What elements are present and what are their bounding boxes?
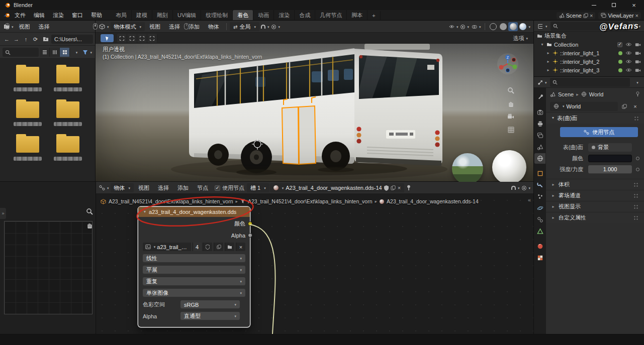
pin-icon[interactable]	[635, 91, 640, 97]
back-button[interactable]: ←	[3, 36, 11, 42]
tab-material[interactable]	[534, 241, 545, 252]
display-horizontal-list-button[interactable]	[50, 48, 60, 57]
folder-item[interactable]	[51, 136, 84, 161]
tab-world[interactable]	[534, 153, 545, 164]
folder-item[interactable]	[11, 67, 44, 91]
viewlayer-selector[interactable]: ViewLayer ×	[598, 12, 641, 19]
sh-menu-add[interactable]: 添加	[173, 183, 193, 193]
tab-particles[interactable]	[534, 191, 545, 202]
tab-render[interactable]	[534, 107, 545, 118]
hide-eye-icon[interactable]	[625, 59, 632, 64]
select-mode-extend[interactable]	[127, 34, 137, 43]
source-dropdown[interactable]: 单张图像▾	[143, 289, 245, 297]
editor-type-properties[interactable]: ▾	[536, 78, 548, 87]
expand-region-icon[interactable]: »	[0, 208, 6, 219]
workspace-tab-sculpting[interactable]: 雕刻	[152, 10, 173, 21]
properties-editor[interactable]: ▾ ▾ Scene ▸ World	[534, 77, 644, 334]
overlays-node-dropdown[interactable]: ▾	[521, 183, 531, 192]
display-settings-dropdown[interactable]: ▾	[71, 48, 80, 57]
shading-wireframe-button[interactable]	[488, 22, 498, 31]
workspace-tab-layout[interactable]: 布局	[111, 10, 132, 21]
crumb-world[interactable]: World	[589, 91, 604, 97]
viewport-canvas[interactable]: 用户透视 (1) Collection | A23_trail_N4521\4_…	[96, 44, 534, 182]
overlays-dropdown[interactable]: ▾	[471, 22, 482, 31]
refresh-button[interactable]: ⟳	[31, 36, 40, 43]
new-folder-button[interactable]	[41, 35, 50, 44]
tab-object-data[interactable]	[534, 226, 545, 237]
select-mode-invert[interactable]	[147, 34, 157, 43]
editor-type-3d-viewport[interactable]: ▾	[98, 22, 110, 31]
panel-volume[interactable]: ▸体积	[546, 179, 644, 190]
properties-filter-button[interactable]: ▾	[632, 78, 641, 87]
viewport-3d[interactable]: ▾ 物体模式▾ 视图 选择 添加 物体 ⇄全局▾ ▾ ▾ ▾ ▾ ▾ ▾ 选项▾	[96, 21, 534, 182]
animate-color-dot[interactable]	[636, 157, 639, 160]
folder-item[interactable]	[51, 67, 84, 91]
editor-type-shader[interactable]: ▾	[98, 183, 110, 192]
tab-view-layer[interactable]	[534, 130, 545, 141]
folder-item[interactable]	[11, 101, 44, 126]
parent-dir-button[interactable]: ↑	[22, 36, 30, 42]
workspace-tab-texture-paint[interactable]: 纹理绘制	[201, 10, 233, 21]
image-datablock-selector[interactable]: ▾ a23_trail_4...	[143, 243, 191, 251]
node-header[interactable]: ▾ a23_trail_4_door_wagenkasten.dds	[138, 207, 250, 217]
workspace-tab-animation[interactable]: 动画	[253, 10, 274, 21]
strength-slider[interactable]: 1.000	[588, 165, 632, 174]
menu-window[interactable]: 窗口	[68, 11, 87, 20]
image-open-button[interactable]	[225, 243, 234, 251]
proportional-edit-toggle[interactable]: ▾	[270, 22, 281, 31]
extension-dropdown[interactable]: 重复▾	[143, 277, 245, 286]
render-visibility-camera-icon[interactable]	[635, 51, 641, 55]
vp-menu-object[interactable]: 物体	[204, 22, 223, 32]
gizmos-dropdown[interactable]: ▾	[459, 22, 470, 31]
render-visibility-camera-icon[interactable]	[635, 59, 641, 64]
outliner-row-collection[interactable]: ▾ Collection ✓	[534, 40, 644, 49]
shading-solid-button[interactable]	[498, 22, 508, 31]
image-editor-panel[interactable]: »	[0, 182, 96, 334]
workspace-tab-geometry-nodes[interactable]: 几何节点	[315, 10, 347, 21]
pin-icon[interactable]	[406, 185, 411, 191]
copy-material-icon[interactable]	[391, 185, 396, 190]
color-output-socket[interactable]	[248, 221, 252, 226]
animate-strength-dot[interactable]	[636, 168, 639, 171]
panel-grip-icon[interactable]	[633, 193, 639, 198]
snap-node-toggle[interactable]: ▾	[510, 183, 521, 192]
colorspace-dropdown[interactable]: sRGB▾	[180, 300, 240, 309]
folder-item[interactable]	[51, 101, 84, 126]
fb-menu-view[interactable]: 视图	[15, 22, 34, 32]
world-unlink-button[interactable]: ×	[630, 102, 640, 111]
tab-scene[interactable]	[534, 142, 545, 152]
workspace-tab-modeling[interactable]: 建模	[132, 10, 152, 21]
shading-material-button[interactable]	[508, 22, 518, 31]
navigation-gizmo[interactable]: Z	[497, 53, 519, 75]
filter-button[interactable]: ▾	[81, 48, 93, 57]
render-visibility-camera-icon[interactable]	[635, 42, 641, 47]
workspace-tab-rendering[interactable]: 渲染	[274, 10, 295, 21]
path-field[interactable]: C:\Users\...	[51, 35, 93, 44]
shader-editor[interactable]: ▾ 物体▾ 视图 选择 添加 节点 ✓使用节点 槽 1▾ ▾ A23_trail…	[96, 182, 534, 334]
outliner-row-light-2[interactable]: ▸ ::interior_light_2	[534, 57, 644, 66]
panel-grip-icon[interactable]	[634, 116, 639, 121]
use-nodes-toggle[interactable]: ✓使用节点	[215, 184, 244, 192]
node-canvas[interactable]: A23_trail_N4521\4_door\Ext\klapa_links_h…	[96, 194, 534, 334]
display-vertical-list-button[interactable]	[40, 48, 50, 57]
add-workspace-button[interactable]: +	[367, 11, 380, 20]
select-mode-new[interactable]	[117, 34, 127, 43]
shader-type-selector[interactable]: 物体▾	[111, 183, 134, 192]
use-nodes-button[interactable]: 使用节点	[560, 127, 638, 137]
outliner-row-scene-collection[interactable]: 场景集合	[534, 32, 644, 40]
sidebar-toggle-icon[interactable]: «	[528, 197, 531, 203]
material-slot-selector[interactable]: 槽 1▾	[247, 183, 269, 192]
panel-mist-pass[interactable]: ▸雾场通道	[546, 190, 644, 201]
toggle-perspective-grid[interactable]	[506, 125, 516, 135]
camera-view-toggle[interactable]	[506, 111, 516, 122]
workspace-tab-compositing[interactable]: 合成	[295, 10, 315, 21]
transform-orientation-selector[interactable]: ⇄全局▾	[230, 22, 259, 31]
outliner-row-light-1[interactable]: ▸ ::interior_light_1	[534, 49, 644, 57]
display-thumbnails-button[interactable]	[60, 48, 70, 57]
tab-tool[interactable]	[534, 92, 545, 102]
active-tool-select-box[interactable]	[101, 34, 114, 42]
vp-menu-view[interactable]: 视图	[145, 22, 164, 32]
workspace-tab-uv[interactable]: UV编辑	[173, 10, 201, 21]
image-user-count[interactable]: 4	[193, 243, 201, 251]
zoom-tool-small[interactable]	[86, 208, 93, 215]
